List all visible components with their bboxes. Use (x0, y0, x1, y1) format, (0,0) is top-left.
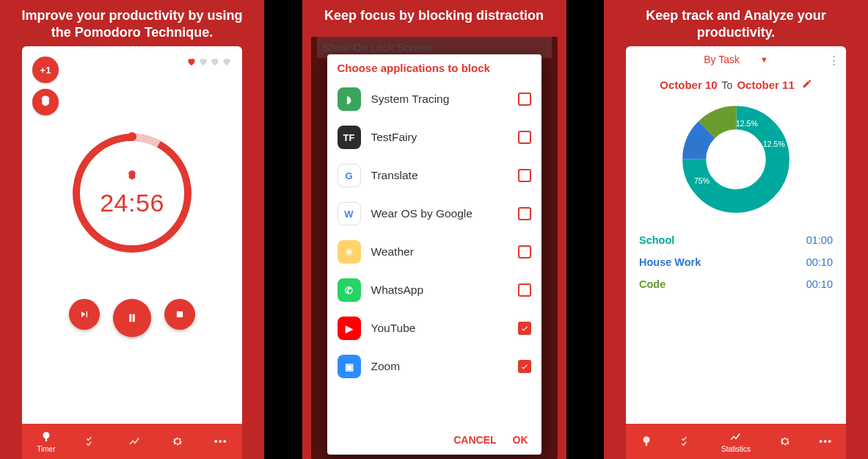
app-checkbox[interactable] (518, 245, 531, 259)
app-name: System Tracing (371, 93, 508, 106)
app-row[interactable]: TFTestFairy (327, 118, 541, 156)
brain-icon (40, 430, 53, 444)
heart-icon (186, 57, 197, 67)
timer-controls (22, 299, 242, 337)
brain-button[interactable] (32, 89, 59, 115)
app-checkbox[interactable] (518, 131, 531, 144)
app-name: TestFairy (371, 131, 508, 144)
stats-card: By Task ▼ ⋮ October 10 To October 11 (626, 46, 846, 459)
app-icon: ▶ (338, 317, 361, 340)
brain-icon (126, 170, 138, 184)
nav-timer[interactable]: Timer (37, 430, 55, 453)
app-row[interactable]: ◗System Tracing (327, 80, 541, 118)
svg-rect-12 (646, 443, 647, 447)
stat-row: House Work00:10 (639, 251, 833, 273)
donut-chart: 12.5% 12.5% 75% (681, 104, 791, 214)
chevron-down-icon: ▼ (760, 55, 768, 64)
app-icon: ▣ (338, 355, 361, 378)
gear-icon (778, 435, 792, 448)
overflow-menu[interactable]: ⋮ (828, 54, 839, 67)
app-icon: ☀ (338, 240, 361, 264)
app-checkbox[interactable] (518, 360, 531, 373)
nav-stats[interactable] (128, 435, 142, 448)
app-checkbox[interactable] (518, 322, 531, 335)
nav-more[interactable]: ••• (819, 435, 832, 448)
stat-time: 01:00 (806, 234, 833, 246)
headline-3: Keep track and Analyze your productivity… (604, 0, 868, 46)
date-from: October 10 (660, 79, 717, 91)
slice-label: 75% (694, 176, 710, 185)
pomodoro-hearts (186, 57, 232, 67)
headline-1: Improve your productivity by using the P… (0, 0, 264, 46)
slice-label: 12.5% (736, 119, 758, 128)
app-row[interactable]: ▣Zoom (327, 347, 541, 386)
app-name: YouTube (371, 322, 508, 335)
svg-point-4 (43, 432, 49, 438)
stop-button[interactable] (164, 299, 195, 330)
panel-block-apps: Keep focus by blocking distraction Show … (302, 0, 566, 459)
gear-icon (171, 435, 184, 448)
chart-icon (729, 430, 743, 444)
svg-point-10 (712, 136, 759, 183)
app-name: Translate (371, 169, 508, 182)
svg-rect-3 (177, 311, 183, 317)
group-by-dropdown[interactable]: By Task ▼ (704, 54, 768, 65)
app-row[interactable]: ▶YouTube (327, 309, 541, 347)
stat-row: School01:00 (639, 229, 833, 251)
stat-name: School (639, 234, 674, 246)
more-icon: ••• (214, 435, 227, 448)
date-range[interactable]: October 10 To October 11 (626, 70, 846, 95)
nav-timer-label: Timer (37, 445, 55, 453)
brain-icon (39, 95, 52, 110)
svg-point-11 (643, 436, 649, 443)
app-row[interactable]: ✆WhatsApp (327, 271, 541, 309)
app-icon: ◗ (338, 87, 361, 111)
svg-rect-5 (45, 438, 47, 441)
app-name: WhatsApp (371, 283, 508, 297)
app-name: Wear OS by Google (371, 207, 508, 220)
timer-ring: 24:56 (70, 131, 194, 256)
more-icon: ••• (819, 435, 832, 448)
heart-icon (198, 57, 208, 67)
pause-button[interactable] (113, 299, 151, 337)
heart-icon (222, 57, 232, 67)
app-checkbox[interactable] (518, 283, 531, 297)
date-to-word: To (722, 79, 733, 91)
stat-time: 00:10 (806, 256, 833, 268)
slice-label: 12.5% (763, 140, 785, 148)
headline-2: Keep focus by blocking distraction (313, 0, 555, 30)
app-icon: TF (338, 126, 361, 149)
panel-stats: Keep track and Analyze your productivity… (604, 0, 868, 459)
plus1-label: +1 (40, 65, 51, 76)
ok-button[interactable]: OK (513, 434, 528, 446)
heart-icon (210, 57, 220, 67)
chart-icon (128, 435, 142, 448)
checklist-icon (680, 435, 693, 448)
nav-more[interactable]: ••• (214, 435, 227, 448)
app-icon: W (338, 202, 361, 225)
checklist-icon (85, 435, 98, 448)
add-pomodoro-button[interactable]: +1 (32, 57, 59, 83)
edit-icon[interactable] (802, 79, 812, 91)
app-checkbox[interactable] (518, 169, 531, 182)
nav-tasks[interactable] (85, 435, 98, 448)
cancel-button[interactable]: CANCEL (453, 434, 496, 446)
nav-settings[interactable] (171, 435, 184, 448)
block-apps-dialog: Choose applications to block ◗System Tra… (327, 54, 541, 455)
app-checkbox[interactable] (518, 93, 531, 106)
nav-stats-label: Statistics (721, 445, 751, 453)
nav-tasks[interactable] (680, 435, 693, 448)
app-row[interactable]: WWear OS by Google (327, 195, 541, 233)
dialog-title: Choose applications to block (327, 54, 541, 80)
app-checkbox[interactable] (518, 207, 531, 220)
nav-settings[interactable] (778, 435, 792, 448)
brain-icon (640, 435, 653, 448)
stat-time: 00:10 (806, 278, 833, 290)
bottom-nav: Timer ••• (22, 424, 242, 459)
nav-timer[interactable] (640, 435, 653, 448)
app-row[interactable]: GTranslate (327, 156, 541, 195)
skip-button[interactable] (69, 299, 100, 330)
nav-stats[interactable]: Statistics (721, 430, 751, 453)
app-row[interactable]: ☀Weather (327, 233, 541, 271)
app-list: ◗System TracingTFTestFairyGTranslateWWea… (327, 80, 541, 427)
